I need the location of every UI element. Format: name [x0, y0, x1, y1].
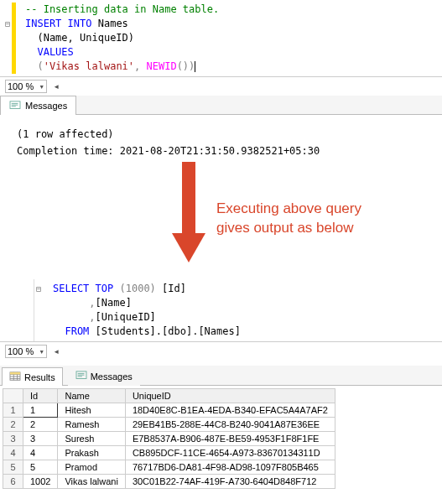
cols-list: (Name, UniqueID) — [25, 32, 134, 44]
string-literal: 'Vikas lalwani' — [44, 60, 134, 72]
table-row[interactable]: 33SureshE7B8537A-B906-487E-BE59-4953F1F8… — [3, 432, 335, 446]
col-header-id[interactable]: Id — [23, 389, 58, 403]
cell-name[interactable]: Suresh — [58, 432, 125, 446]
fn-newid: NEWID — [147, 60, 177, 72]
tab-messages-label: Messages — [25, 101, 67, 111]
kw-from: FROM — [53, 325, 96, 337]
col-rownum[interactable] — [3, 389, 23, 403]
cell-uniqueid[interactable]: CB895DCF-11CE-4654-A973-83670134311D — [125, 446, 335, 460]
tab-results[interactable]: Results — [2, 367, 63, 386]
row-number[interactable]: 5 — [3, 460, 23, 475]
kw-select: SELECT TOP — [53, 283, 119, 294]
from-table: [Students].[dbo].[Names] — [96, 325, 241, 337]
cell-uniqueid[interactable]: 29EB41B5-288E-44C8-B240-9041A87E36EE — [125, 418, 335, 432]
col-header-uniqueid[interactable]: UniqueID — [125, 389, 335, 403]
results-pane: Results Messages Id Name UniqueID 11Hite… — [0, 366, 442, 489]
cell-name[interactable]: Prakash — [58, 446, 125, 460]
row-number[interactable]: 4 — [3, 446, 23, 460]
messages-icon — [75, 371, 87, 382]
cell-id[interactable]: 1 — [23, 403, 58, 418]
tab-messages[interactable]: Messages — [0, 96, 76, 115]
col-header-name[interactable]: Name — [58, 389, 125, 403]
cell-uniqueid[interactable]: 18D40E8C-B1EA-4EDA-B340-EFAC5A4A7AF2 — [125, 403, 335, 418]
svg-marker-5 — [172, 233, 205, 262]
row-number[interactable]: 2 — [3, 418, 23, 432]
zoom-bar: 100 % ▼ ◄ — [0, 76, 442, 96]
cell-uniqueid[interactable]: 76717BD6-DA81-4F98-AD98-1097F805B465 — [125, 460, 335, 475]
cell-name[interactable]: Pramod — [58, 460, 125, 475]
cell-id[interactable]: 2 — [23, 418, 58, 432]
col-id: [Id] — [162, 283, 186, 294]
zoom-value: 100 % — [8, 81, 34, 91]
zoom-dropdown[interactable]: 100 % ▼ — [5, 80, 47, 93]
scroll-left-icon[interactable]: ◄ — [50, 348, 62, 356]
messages-icon — [9, 100, 21, 112]
sql-comment: -- Inserting data in Name table. — [25, 3, 219, 15]
cell-name[interactable]: Ramesh — [58, 418, 125, 432]
tab-results-label: Results — [24, 372, 55, 382]
kw-insert: INSERT INTO — [25, 18, 98, 29]
cell-name[interactable]: Hitesh — [58, 403, 125, 418]
cell-uniqueid[interactable]: E7B8537A-B906-487E-BE59-4953F1F8F1FE — [125, 432, 335, 446]
col-uniqueid: [UniqueID] — [96, 311, 156, 323]
table-row[interactable]: 55Pramod76717BD6-DA81-4F98-AD98-1097F805… — [3, 460, 335, 475]
cell-id[interactable]: 4 — [23, 446, 58, 460]
scroll-left-icon[interactable]: ◄ — [50, 83, 62, 91]
messages-output[interactable]: (1 row affected) Completion time: 2021-0… — [0, 115, 442, 170]
kw-values: VALUES — [25, 46, 74, 58]
tab-messages-label: Messages — [91, 372, 133, 382]
chevron-down-icon: ▼ — [39, 84, 44, 90]
results-tabs-top: Messages — [0, 96, 442, 115]
table-row[interactable]: 22Ramesh29EB41B5-288E-44C8-B240-9041A87E… — [3, 418, 335, 432]
annotation-text: Executing above query gives output as be… — [216, 200, 361, 238]
tab-messages[interactable]: Messages — [68, 367, 140, 386]
zoom-value: 100 % — [8, 346, 34, 356]
results-grid[interactable]: Id Name UniqueID 11Hitesh18D40E8C-B1EA-4… — [3, 388, 335, 489]
results-icon — [9, 372, 21, 383]
col-name: [Name] — [96, 297, 132, 309]
zoom-dropdown[interactable]: 100 % ▼ — [5, 345, 47, 358]
zoom-bar-bottom: 100 % ▼ ◄ — [0, 341, 442, 361]
rows-affected-text: (1 row affected) — [17, 128, 425, 140]
cell-id[interactable]: 3 — [23, 432, 58, 446]
row-number[interactable]: 1 — [3, 403, 23, 418]
annotation-overlay: Executing above query gives output as be… — [0, 170, 442, 279]
collapse-icon[interactable]: ⊟ — [36, 282, 41, 296]
results-tabs-bottom: Results Messages — [0, 366, 442, 386]
table-row[interactable]: 61002Vikas lalwani30C01B22-74AF-419F-A73… — [3, 475, 335, 489]
svg-rect-4 — [182, 162, 195, 233]
paren-open: ( — [25, 60, 44, 72]
paren-close: ()) — [177, 60, 195, 72]
sql-editor-bottom[interactable]: ⊟SELECT TOP (1000) [Id] ,[Name] ,[Unique… — [34, 279, 442, 341]
cell-uniqueid[interactable]: 30C01B22-74AF-419F-A730-6404D848F712 — [125, 475, 335, 489]
cell-name[interactable]: Vikas lalwani — [58, 475, 125, 489]
sql-editor-top[interactable]: -- Inserting data in Name table. ⊟INSERT… — [0, 0, 442, 76]
chevron-down-icon: ▼ — [39, 349, 44, 355]
table-row[interactable]: 44PrakashCB895DCF-11CE-4654-A973-8367013… — [3, 446, 335, 460]
arrow-icon — [168, 162, 210, 271]
table-row[interactable]: 11Hitesh18D40E8C-B1EA-4EDA-B340-EFAC5A4A… — [3, 403, 335, 418]
table-header-row: Id Name UniqueID — [3, 389, 335, 403]
text-cursor — [195, 61, 195, 72]
row-number[interactable]: 6 — [3, 475, 23, 489]
completion-time-text: Completion time: 2021-08-20T21:31:50.938… — [17, 145, 425, 157]
table-name: Names — [98, 18, 128, 29]
cell-id[interactable]: 1002 — [23, 475, 58, 489]
collapse-icon[interactable]: ⊟ — [5, 17, 10, 31]
cell-id[interactable]: 5 — [23, 460, 58, 475]
row-number[interactable]: 3 — [3, 432, 23, 446]
svg-rect-12 — [10, 372, 20, 374]
